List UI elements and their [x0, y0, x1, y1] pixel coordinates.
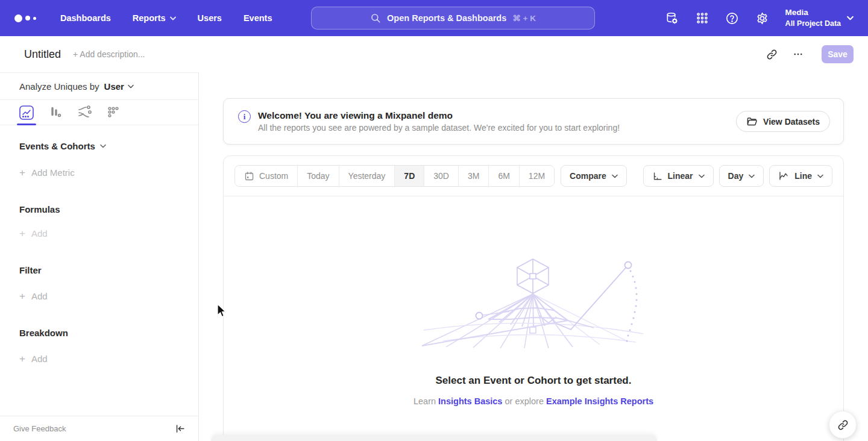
- logo-dot-medium: [25, 16, 30, 20]
- logo-dot-small: [33, 17, 36, 20]
- add-breakdown-button[interactable]: + Add: [19, 354, 179, 364]
- formulas-label: Formulas: [19, 204, 60, 214]
- primary-nav: Dashboards Reports Users Events: [60, 13, 272, 23]
- project-switcher[interactable]: Media All Project Data: [785, 7, 854, 28]
- plus-icon: +: [19, 291, 25, 301]
- date-range-segmented-control: Custom Today Yesterday 7D 30D 3M 6M 12M: [234, 165, 555, 187]
- compare-label: Compare: [570, 171, 606, 181]
- data-management-icon[interactable]: [665, 11, 679, 25]
- nav-item-dashboards[interactable]: Dashboards: [60, 13, 111, 23]
- chart-controls: Custom Today Yesterday 7D 30D 3M 6M 12M …: [224, 156, 843, 196]
- interval-dropdown[interactable]: Day: [719, 165, 764, 187]
- share-link-fab[interactable]: [829, 411, 857, 439]
- project-name: Media: [785, 7, 841, 18]
- range-label: Yesterday: [348, 171, 386, 181]
- tab-insights-linechart[interactable]: [18, 104, 35, 121]
- analyze-value-dropdown[interactable]: User: [104, 81, 134, 92]
- collapse-sidebar-icon[interactable]: [175, 424, 185, 434]
- nav-item-reports[interactable]: Reports: [133, 13, 176, 23]
- chart-display-controls: Linear Day Line: [643, 165, 832, 187]
- nav-item-users[interactable]: Users: [198, 13, 222, 23]
- banner-title: Welcome! You are viewing a Mixpanel demo: [258, 110, 620, 121]
- banner-subtitle: All the reports you see are powered by a…: [258, 123, 620, 133]
- report-type-tabs: [0, 100, 198, 125]
- links-middle-text: or explore: [502, 396, 546, 406]
- tab-bar-chart[interactable]: [47, 104, 64, 121]
- empty-state: Select an Event or Cohort to get started…: [224, 196, 843, 406]
- folder-icon: [746, 116, 758, 127]
- range-7d-selected[interactable]: 7D: [395, 166, 424, 186]
- add-formula-label: Add: [31, 228, 48, 239]
- compare-dropdown[interactable]: Compare: [561, 165, 627, 187]
- nav-item-events[interactable]: Events: [244, 13, 272, 23]
- range-label: Custom: [259, 171, 288, 181]
- chevron-down-icon: [128, 84, 134, 89]
- help-icon[interactable]: [725, 11, 740, 25]
- give-feedback-link[interactable]: Give Feedback: [13, 424, 66, 433]
- example-insights-reports-link[interactable]: Example Insights Reports: [546, 396, 653, 406]
- report-description-placeholder[interactable]: + Add description...: [73, 49, 145, 59]
- more-options-icon[interactable]: [788, 44, 808, 64]
- scale-dropdown[interactable]: Linear: [643, 165, 714, 187]
- breakdown-heading: Breakdown: [19, 328, 179, 338]
- global-search[interactable]: Open Reports & Dashboards ⌘ + K: [311, 7, 595, 30]
- empty-state-illustration: [419, 257, 648, 348]
- range-6m[interactable]: 6M: [489, 166, 519, 186]
- chart-type-dropdown[interactable]: Line: [769, 165, 832, 187]
- breakdown-label: Breakdown: [19, 328, 68, 338]
- add-filter-label: Add: [31, 291, 48, 301]
- add-metric-label: Add Metric: [31, 167, 75, 178]
- chevron-down-icon: [847, 16, 854, 20]
- add-metric-button[interactable]: + Add Metric: [19, 167, 179, 178]
- plus-icon: +: [19, 228, 25, 239]
- range-label: 30D: [433, 171, 449, 181]
- add-formula-button[interactable]: + Add: [19, 228, 179, 239]
- range-3m[interactable]: 3M: [459, 166, 489, 186]
- tab-flows[interactable]: [76, 104, 93, 121]
- range-custom[interactable]: Custom: [235, 166, 298, 186]
- analyze-row: Analyze Uniques by User: [0, 73, 198, 100]
- active-tab-indicator: [17, 124, 36, 125]
- main-content: i Welcome! You are viewing a Mixpanel de…: [199, 72, 868, 441]
- insights-basics-link[interactable]: Insights Basics: [438, 396, 502, 406]
- report-title[interactable]: Untitled: [24, 48, 61, 61]
- range-label: 3M: [468, 171, 479, 181]
- nav-item-label: Users: [198, 13, 222, 23]
- project-labels: Media All Project Data: [785, 7, 841, 28]
- mixpanel-logo[interactable]: [14, 14, 36, 22]
- apps-grid-icon[interactable]: [695, 11, 709, 25]
- calendar-icon: [244, 171, 254, 181]
- sidebar-footer: Give Feedback: [0, 416, 198, 441]
- chevron-down-icon: [817, 174, 823, 178]
- analyze-value: User: [104, 81, 124, 92]
- metrics-table-peek[interactable]: [211, 434, 657, 441]
- events-cohorts-heading[interactable]: Events & Cohorts: [19, 141, 179, 151]
- range-yesterday[interactable]: Yesterday: [339, 166, 395, 186]
- nav-item-label: Reports: [133, 13, 166, 23]
- filter-label: Filter: [19, 265, 42, 275]
- range-30d[interactable]: 30D: [424, 166, 459, 186]
- chevron-down-icon: [749, 174, 755, 178]
- line-chart-icon: [778, 170, 789, 181]
- range-label: 6M: [498, 171, 509, 181]
- empty-state-links: Learn Insights Basics or explore Example…: [414, 396, 653, 406]
- chart-type-label: Line: [794, 171, 812, 181]
- logo-dot-large: [14, 14, 22, 22]
- analyze-label: Analyze Uniques by: [19, 81, 99, 92]
- range-label: 12M: [529, 171, 545, 181]
- view-datasets-button[interactable]: View Datasets: [736, 111, 830, 132]
- plus-icon: +: [19, 167, 25, 178]
- save-button[interactable]: Save: [822, 45, 854, 63]
- search-shortcut: ⌘ + K: [512, 13, 536, 23]
- view-datasets-label: View Datasets: [763, 117, 820, 127]
- nav-item-label: Events: [244, 13, 272, 23]
- range-today[interactable]: Today: [298, 166, 339, 186]
- welcome-banner: i Welcome! You are viewing a Mixpanel de…: [223, 98, 844, 145]
- add-filter-button[interactable]: + Add: [19, 291, 179, 301]
- copy-link-icon[interactable]: [761, 44, 782, 64]
- tab-retention[interactable]: [105, 104, 122, 121]
- linear-axis-icon: [652, 171, 662, 181]
- range-12m[interactable]: 12M: [520, 166, 554, 186]
- nav-right-cluster: Media All Project Data: [665, 7, 854, 28]
- settings-gear-icon[interactable]: [755, 11, 770, 25]
